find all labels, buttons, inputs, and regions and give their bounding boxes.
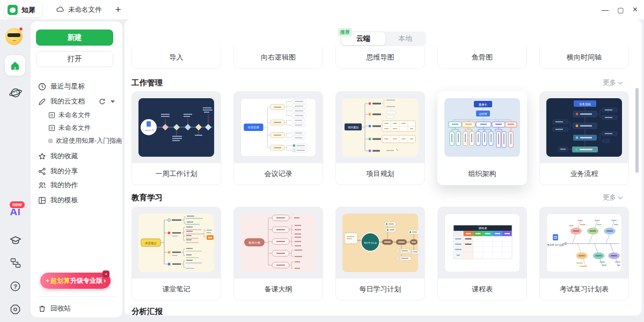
avatar-sunglasses [8, 33, 20, 37]
notification-dot [19, 27, 23, 31]
template-card-import[interactable]: 导入 [131, 46, 221, 69]
planet-icon [9, 86, 23, 100]
cloud-icon [56, 5, 64, 14]
template-card-label: 导入 [170, 53, 184, 62]
template-card-meeting-notes[interactable]: 会议记录 [233, 91, 323, 185]
svg-text:业务流程: 业务流程 [579, 103, 591, 106]
close-button[interactable]: × [628, 0, 642, 19]
recommended-badge: 推荐 [338, 28, 352, 36]
template-card-label: 横向时间轴 [567, 53, 602, 62]
chevron-down-icon[interactable] [111, 100, 115, 103]
svg-text:课程表: 课程表 [478, 226, 487, 230]
daily-study-plan-thumbnail: 每日学习计划 [342, 214, 418, 272]
main-panel: 导入 向右逻辑图 思维导图 鱼骨图 横向时间轴 推荐 云端 本地 工作管理 更多 [125, 19, 642, 316]
minimize-button[interactable]: — [598, 0, 612, 19]
template-card-daily-study-plan[interactable]: 每日学习计划 [335, 207, 425, 301]
card-title: 项目规划 [367, 169, 394, 179]
sidebar-item-label: 我的协作 [50, 181, 78, 190]
sidebar-item-collaboration[interactable]: 我的协作 [31, 179, 122, 191]
card-title: 考试复习计划表 [560, 284, 609, 294]
toggle-local[interactable]: 本地 [385, 32, 425, 45]
trash-icon [38, 305, 46, 313]
open-document-button[interactable]: 打开 [36, 51, 113, 67]
toggle-local-label: 本地 [398, 34, 412, 43]
svg-text:项目规划: 项目规划 [347, 126, 358, 129]
template-card-right-logic[interactable]: 向右逻辑图 [233, 46, 323, 69]
arrow-right-icon: › [104, 277, 106, 284]
card-row-education: 课堂笔记 [125, 207, 642, 301]
app-logo[interactable]: 知犀 [4, 3, 42, 17]
nav-ai[interactable]: NEW AI [0, 206, 31, 218]
sidebar: 新建 打开 最近与星标 我的云文档 未命名文件 [31, 21, 122, 317]
template-card-class-notes[interactable]: 课堂笔记 [131, 207, 221, 301]
svg-text:考试复习计划表: 考试复习计划表 [547, 244, 564, 246]
document-tab[interactable]: 未命名文件 [52, 0, 106, 19]
more-link[interactable]: 更多 [603, 78, 622, 87]
svg-text:课堂笔记: 课堂笔记 [144, 241, 157, 245]
eye-badge-icon [10, 304, 21, 315]
nav-discover[interactable] [0, 304, 31, 315]
template-card-exam-review[interactable]: 考试复习计划表 [539, 207, 629, 301]
project-planning-thumbnail: 项目规划 [342, 98, 418, 157]
sidebar-item-favorites[interactable]: 我的收藏 [31, 150, 122, 162]
document-icon [48, 112, 55, 119]
doc-list-item[interactable]: 欢迎使用知犀-入门指南 [31, 135, 122, 146]
section-title: 分析汇报 [131, 306, 163, 317]
template-icon [38, 196, 46, 204]
scrollbar-thumb[interactable] [635, 88, 639, 173]
template-card-lesson-outline[interactable]: 备课大纲 [233, 207, 323, 301]
template-card-fishbone[interactable]: 鱼骨图 [437, 46, 527, 69]
doc-title: 欢迎使用知犀-入门指南 [56, 136, 122, 145]
nav-flowchart[interactable] [0, 257, 31, 269]
template-card-label: 鱼骨图 [472, 53, 493, 62]
template-card-timeline[interactable]: 横向时间轴 [539, 46, 629, 69]
sidebar-item-label: 我的云文档 [50, 97, 85, 106]
business-process-thumbnail: 业务流程 [546, 98, 622, 157]
banner-close-icon[interactable]: × [103, 270, 109, 277]
sidebar-item-cloud-docs[interactable]: 我的云文档 [31, 96, 122, 107]
sidebar-item-templates[interactable]: 我的模板 [31, 194, 122, 206]
card-title: 组织架构 [469, 169, 496, 179]
doc-list-item[interactable]: 未命名文件 [31, 122, 122, 133]
toggle-cloud[interactable]: 推荐 云端 [341, 32, 385, 45]
star-icon [38, 152, 46, 160]
avatar-mouth [12, 39, 16, 41]
nav-home-active[interactable] [5, 55, 25, 76]
new-document-button[interactable]: 新建 [36, 30, 113, 46]
exam-review-thumbnail: 考试复习计划表 [547, 214, 622, 272]
avatar[interactable] [5, 28, 23, 45]
svg-text:总经理: 总经理 [479, 112, 487, 115]
nav-community[interactable] [0, 86, 31, 100]
template-card-business-process[interactable]: 业务流程 [539, 91, 629, 185]
template-card-org-chart[interactable]: 董事长 总经理 [437, 91, 527, 185]
app-name: 知犀 [21, 5, 35, 15]
refresh-icon[interactable] [99, 98, 106, 105]
card-title: 会议记录 [265, 169, 292, 179]
template-card-class-schedule[interactable]: 课程表 课程表 [437, 207, 527, 301]
doc-list-item[interactable]: 未命名文件 [31, 109, 122, 120]
card-title: 备课大纲 [265, 284, 292, 294]
nav-education[interactable] [0, 234, 31, 247]
graduation-cap-icon [9, 234, 22, 247]
sidebar-item-shares[interactable]: 我的分享 [31, 165, 122, 177]
more-link[interactable]: 更多 [603, 193, 622, 202]
template-card-project-planning[interactable]: 项目规划 [335, 91, 425, 185]
app-logo-icon [8, 5, 18, 15]
meeting-notes-thumbnail: 会议记录 [241, 99, 316, 156]
svg-text:一周工作计划: 一周工作计划 [143, 129, 153, 131]
sidebar-item-recent[interactable]: 最近与星标 [31, 80, 122, 92]
left-rail: NEW AI ? [0, 19, 31, 322]
new-tab-button[interactable]: + [111, 2, 126, 17]
upgrade-banner[interactable]: ✦ 超划算 升级专业版 › × [40, 273, 111, 289]
template-card-weekly-plan[interactable]: 一周工作计划 一周工作计划 [131, 91, 221, 185]
banner-highlight: 超划算 [50, 276, 70, 286]
sidebar-item-label: 我的模板 [50, 196, 78, 205]
section-title: 教育学习 [131, 193, 163, 203]
svg-text:备课大纲: 备课大纲 [248, 241, 260, 244]
svg-text:董事长: 董事长 [479, 103, 488, 106]
sidebar-item-recycle-bin[interactable]: 回收站 [31, 303, 122, 314]
nav-help[interactable]: ? [0, 281, 31, 292]
maximize-button[interactable]: ▢ [613, 0, 628, 19]
storage-toggle: 推荐 云端 本地 [340, 31, 426, 46]
template-card-mindmap[interactable]: 思维导图 [335, 46, 425, 69]
